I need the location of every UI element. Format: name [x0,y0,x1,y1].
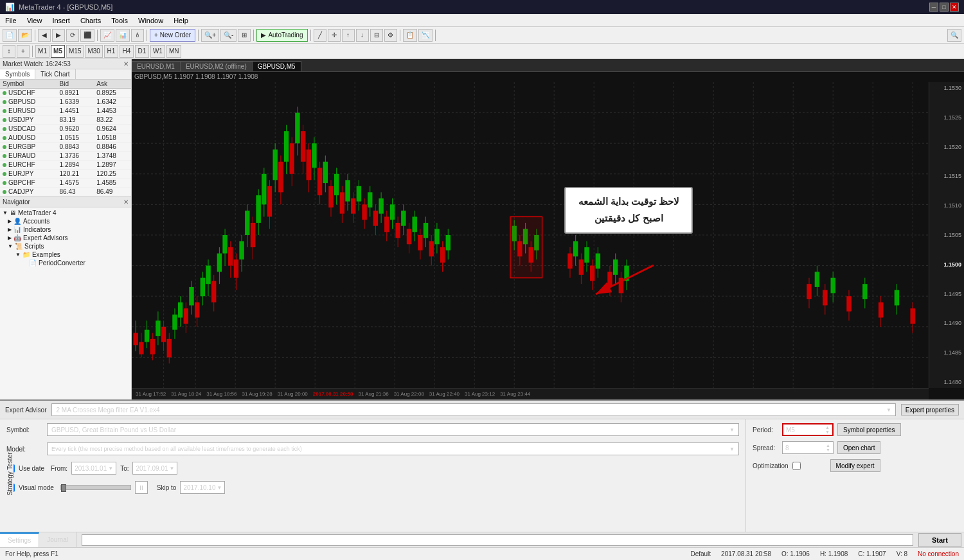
nav-indicators[interactable]: ▶ 📊 Indicators [0,225,131,234]
autotrading-button[interactable]: ▶ AutoTrading [256,29,307,42]
from-date[interactable]: 2013.01.01 ▼ [71,462,116,475]
spread-input[interactable]: 8 ▲ ▼ [782,441,834,454]
open-btn[interactable]: 📂 [18,29,32,42]
nav-scripts[interactable]: ▼ 📜 Scripts [0,242,131,250]
optimization-checkbox[interactable] [792,462,801,470]
minimize-button[interactable]: ─ [929,3,938,12]
tf-h1[interactable]: H1 [104,45,118,58]
menu-view[interactable]: View [22,14,48,26]
period-dropdown[interactable]: M5 ▲ ▼ [782,423,834,436]
menu-help[interactable]: Help [168,14,193,26]
chart-candle-btn[interactable]: 🕯 [131,29,144,42]
symbol-properties-button[interactable]: Symbol properties [837,423,901,436]
chart-line-btn[interactable]: 📈 [100,29,114,42]
market-watch-row[interactable]: USDCAD 0.9620 0.9624 [0,125,131,134]
menu-window[interactable]: Window [133,14,168,26]
menu-charts[interactable]: Charts [75,14,106,26]
start-button[interactable]: Start [918,533,961,547]
menu-insert[interactable]: Insert [47,14,75,26]
properties-tool[interactable]: ⚙ [384,29,397,42]
tf-m30[interactable]: M30 [85,45,102,58]
titlebar-controls[interactable]: ─ □ ✕ [929,3,959,12]
new-order-button[interactable]: + New Order [150,29,195,42]
forward-btn[interactable]: ▶ [52,29,65,42]
modify-expert-button[interactable]: Modify expert [830,459,880,472]
chart-zoom-in[interactable]: 🔍+ [201,29,219,42]
tf-mn[interactable]: MN [166,45,182,58]
market-watch-row[interactable]: EURAUD 1.3736 1.3748 [0,152,131,161]
period-down[interactable]: ▼ [825,430,830,434]
arrow-up-tool[interactable]: ↑ [342,29,355,42]
tab-journal[interactable]: Journal [39,532,76,547]
menu-file[interactable]: File [0,14,22,26]
pause-btn[interactable]: ⏸ [135,481,148,494]
maximize-button[interactable]: □ [940,3,949,12]
stop-btn[interactable]: ⬛ [80,29,94,42]
to-date-picker[interactable]: ▼ [170,466,175,471]
menu-tools[interactable]: Tools [106,14,133,26]
tf-m5[interactable]: M5 [51,45,65,58]
to-date[interactable]: 2017.09.01 ▼ [132,462,177,475]
from-date-picker[interactable]: ▼ [108,466,113,471]
chart-bar-btn[interactable]: 📊 [116,29,130,42]
line-tool[interactable]: ╱ [314,29,326,42]
tf-w1[interactable]: W1 [150,45,165,58]
nav-period-converter[interactable]: ▶ 📄 PeriodConverter [0,259,131,267]
market-watch-row[interactable]: GBPCHF 1.4575 1.4585 [0,179,131,188]
ea-dropdown[interactable]: 2 MA Crosses Mega filter EA V1.ex4 ▼ [51,403,895,416]
spread-up[interactable]: ▲ [826,443,830,448]
back-btn[interactable]: ◀ [38,29,51,42]
spread-spinner[interactable]: ▲ ▼ [826,443,830,452]
market-watch-row[interactable]: GBPUSD 1.6339 1.6342 [0,98,131,107]
refresh-btn[interactable]: ⟳ [66,29,79,42]
skip-to-picker[interactable]: ▼ [217,485,222,491]
market-watch-row[interactable]: USDJPY 83.19 83.22 [0,116,131,125]
trendline-btn[interactable]: 📉 [418,29,433,42]
new-btn[interactable]: 📄 [3,29,17,42]
indicator-list[interactable]: 📋 [403,29,417,42]
chart-tab-gbpusd-m5[interactable]: GBPUSD,M5 [253,61,301,71]
tab-settings[interactable]: Settings [0,532,39,547]
chart-tab-eurusd-m1[interactable]: EURUSD,M1 [132,61,181,71]
nav-accounts[interactable]: ▶ 👤 Accounts [0,217,131,225]
chart-zoom-out[interactable]: 🔍- [220,29,237,42]
mw-tab-symbols[interactable]: Symbols [0,69,35,79]
nav-root[interactable]: ▼ 🖥 MetaTrader 4 [0,209,131,217]
period-up[interactable]: ▲ [825,425,830,430]
tf-m15[interactable]: M15 [66,45,84,58]
nav-experts[interactable]: ▶ 🤖 Expert Advisors [0,234,131,242]
crosshair-tool[interactable]: ✛ [328,29,341,42]
tf-d1[interactable]: D1 [135,45,149,58]
tf-m1[interactable]: M1 [35,45,49,58]
arrow-down-tool[interactable]: ↓ [356,29,369,42]
market-watch-row[interactable]: EURCHF 1.2894 1.2897 [0,161,131,170]
row-ask: 0.9624 [94,125,131,134]
market-watch-row[interactable]: USDCHF 0.8921 0.8925 [0,89,131,98]
close-button[interactable]: ✕ [950,3,959,12]
period-spinner[interactable]: ▲ ▼ [825,425,830,434]
market-watch-row[interactable]: CADJPY 86.43 86.49 [0,188,131,197]
chart-zoom-fit[interactable]: ⊞ [238,29,251,42]
market-watch-row[interactable]: AUDUSD 1.0515 1.0518 [0,134,131,143]
period-sep-tool[interactable]: ⊟ [370,29,383,42]
pointer-tool[interactable]: ↕ [3,45,15,58]
navigator-collapse[interactable]: ✕ [123,198,129,206]
nav-examples[interactable]: ▼ 📁 Examples [0,250,131,259]
search-btn[interactable]: 🔍 [947,29,961,42]
open-chart-button[interactable]: Open chart [837,441,880,454]
market-watch-row[interactable]: EURJPY 120.21 120.25 [0,170,131,179]
expert-properties-button[interactable]: Expert properties [901,404,959,416]
spread-down[interactable]: ▼ [826,448,830,452]
model-dropdown[interactable]: Every tick (the most precise method base… [47,442,739,455]
symbol-dropdown[interactable]: GBPUSD, Great Britain Pound vs US Dollar… [47,423,739,436]
visual-slider[interactable] [60,485,131,490]
market-watch-collapse[interactable]: ✕ [123,60,129,67]
chart-tab-eurusd-m2[interactable]: EURUSD,M2 (offline) [181,61,253,71]
market-watch-row[interactable]: EURUSD 1.4451 1.4453 [0,107,131,116]
skip-to-date[interactable]: 2017.10.10 ▼ [180,481,225,494]
mw-tab-tick[interactable]: Tick Chart [35,69,75,79]
slider-thumb[interactable] [61,484,66,492]
market-watch-row[interactable]: EURGBP 0.8843 0.8846 [0,143,131,152]
crosshair-tool2[interactable]: + [17,45,30,58]
tf-h4[interactable]: H4 [120,45,134,58]
